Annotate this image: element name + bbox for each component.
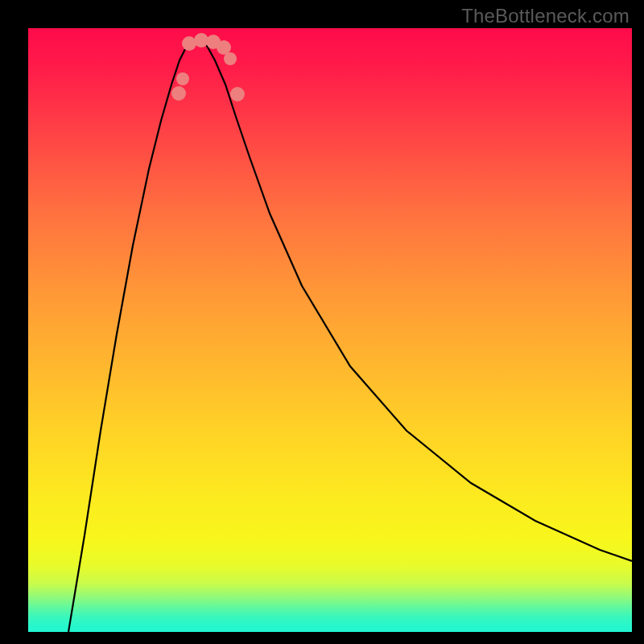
plot-area — [28, 28, 632, 632]
watermark-label: TheBottleneck.com — [461, 5, 630, 27]
data-marker — [224, 52, 237, 65]
data-marker — [176, 72, 189, 85]
markers-group — [171, 33, 245, 101]
chart-frame: TheBottleneck.com — [0, 0, 644, 644]
bottleneck-curve-path — [68, 39, 632, 632]
curve-layer — [28, 28, 632, 632]
data-marker — [230, 87, 245, 101]
data-marker — [171, 86, 186, 101]
